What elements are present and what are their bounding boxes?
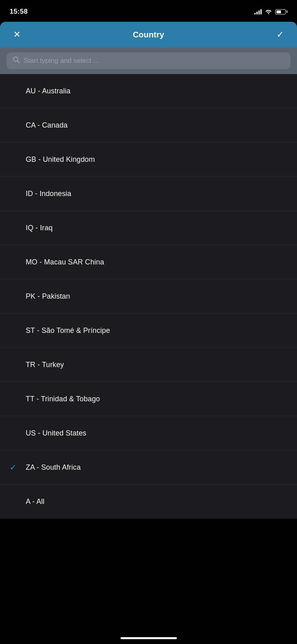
country-name: ST - São Tomé & Príncipe xyxy=(26,326,110,335)
confirm-button[interactable]: ✓ xyxy=(273,27,287,42)
list-item[interactable]: ✓ZA - South Africa xyxy=(0,450,297,485)
country-name: AU - Australia xyxy=(26,87,70,95)
list-item[interactable]: ID - Indonesia xyxy=(0,177,297,211)
list-item[interactable]: US - United States xyxy=(0,416,297,450)
list-item[interactable]: MO - Macau SAR China xyxy=(0,245,297,279)
search-container xyxy=(0,47,297,74)
list-item[interactable]: TT - Trinidad & Tobago xyxy=(0,382,297,416)
country-name: GB - United Kingdom xyxy=(26,155,95,164)
country-name: TT - Trinidad & Tobago xyxy=(26,395,100,403)
status-bar: 15:58 xyxy=(0,0,297,22)
battery-icon xyxy=(275,9,287,14)
country-list: AU - AustraliaCA - CanadaGB - United Kin… xyxy=(0,74,297,519)
list-item[interactable]: AU - Australia xyxy=(0,74,297,108)
country-name: TR - Turkey xyxy=(26,361,64,369)
search-bar xyxy=(6,52,291,69)
country-check-icon: ✓ xyxy=(10,462,19,472)
signal-bar-1 xyxy=(254,13,256,14)
country-name: PK - Pakistan xyxy=(26,292,70,301)
status-icons xyxy=(254,8,287,15)
country-name: CA - Canada xyxy=(26,121,68,130)
svg-line-1 xyxy=(17,61,19,63)
search-icon xyxy=(13,56,20,65)
header: ✕ Country ✓ xyxy=(0,22,297,47)
list-item[interactable]: A - All xyxy=(0,485,297,519)
header-title: Country xyxy=(133,30,164,39)
signal-bar-2 xyxy=(256,12,258,14)
country-name: US - United States xyxy=(26,429,86,438)
signal-icon xyxy=(254,9,262,14)
wifi-icon xyxy=(265,8,272,15)
home-indicator xyxy=(121,637,177,639)
list-item[interactable]: CA - Canada xyxy=(0,108,297,142)
status-time: 15:58 xyxy=(10,8,28,16)
list-item[interactable]: PK - Pakistan xyxy=(0,279,297,314)
country-name: ID - Indonesia xyxy=(26,190,71,198)
signal-bar-4 xyxy=(260,9,262,14)
list-item[interactable]: TR - Turkey xyxy=(0,348,297,382)
country-name: A - All xyxy=(26,497,45,506)
close-button[interactable]: ✕ xyxy=(10,27,24,42)
list-item[interactable]: ST - São Tomé & Príncipe xyxy=(0,314,297,348)
country-name: IQ - Iraq xyxy=(26,224,53,232)
list-item[interactable]: GB - United Kingdom xyxy=(0,142,297,177)
country-name: ZA - South Africa xyxy=(26,463,81,472)
search-input[interactable] xyxy=(24,57,284,65)
country-name: MO - Macau SAR China xyxy=(26,258,104,266)
list-item[interactable]: IQ - Iraq xyxy=(0,211,297,245)
signal-bar-3 xyxy=(258,10,260,14)
